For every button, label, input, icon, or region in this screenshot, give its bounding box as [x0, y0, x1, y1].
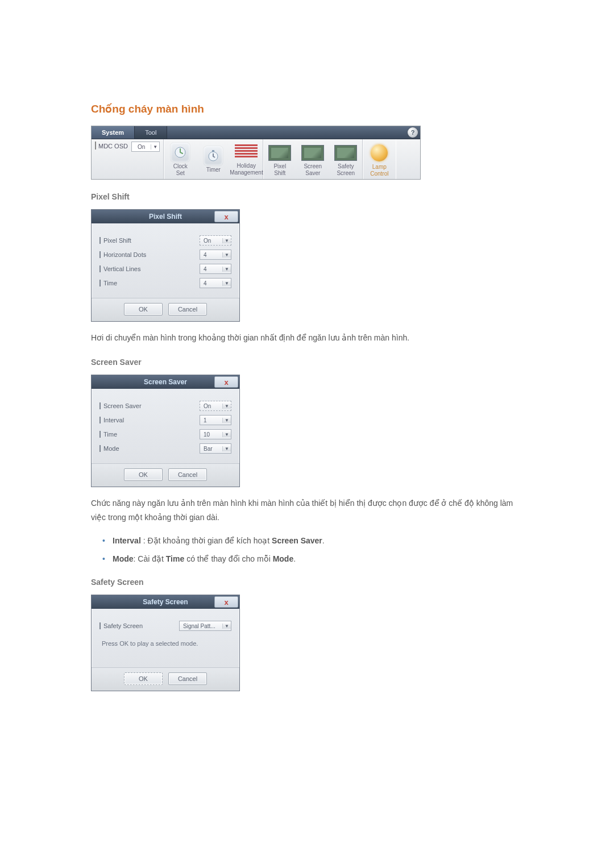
- label-ss-time: Time: [99, 431, 117, 438]
- row-ss-time: Time 10 ▼: [99, 429, 231, 439]
- select-safety-screen[interactable]: Signal Patt... ▼: [179, 621, 231, 631]
- value-vertical-lines: 4: [200, 266, 222, 272]
- note-text: : Cài đặt: [134, 554, 166, 563]
- select-mode[interactable]: Bar ▼: [200, 443, 231, 454]
- mdc-osd-section: MDC OSD On ▼: [92, 139, 164, 179]
- chevron-down-icon: ▼: [222, 252, 231, 258]
- select-interval[interactable]: 1 ▼: [200, 415, 231, 425]
- mdc-osd-value: On: [132, 144, 151, 150]
- lamp-control-button[interactable]: Lamp Control: [363, 140, 396, 178]
- list-item: Mode: Cài đặt Time có thể thay đổi cho m…: [102, 553, 523, 565]
- safety-screen-icon: [334, 145, 357, 161]
- value-screen-saver: On: [200, 403, 222, 409]
- heading-pixel-shift: Pixel Shift: [91, 192, 523, 201]
- close-button[interactable]: x: [214, 211, 238, 222]
- row-time: Time 4 ▼: [99, 278, 231, 288]
- note-text: .: [322, 536, 325, 545]
- holiday-label: Holiday Management: [230, 163, 263, 176]
- tab-tool[interactable]: Tool: [135, 126, 167, 139]
- select-time[interactable]: 4 ▼: [200, 278, 231, 288]
- clock-icon: [171, 143, 190, 162]
- dialog-pixel-shift: Pixel Shift x Pixel Shift On ▼ Horizonta…: [91, 209, 240, 322]
- note-text: có thể thay đổi cho mỗi: [184, 554, 272, 563]
- chevron-down-icon: ▼: [151, 144, 159, 149]
- value-safety-screen: Signal Patt...: [180, 623, 222, 629]
- timer-button[interactable]: Timer: [197, 144, 230, 175]
- timer-label: Timer: [197, 167, 230, 173]
- safety-screen-button[interactable]: Safety Screen: [329, 140, 362, 178]
- select-horizontal-dots[interactable]: 4 ▼: [200, 250, 231, 260]
- system-toolbar: System Tool ? MDC OSD On ▼ Clock Set: [91, 126, 421, 180]
- dialog-screen-saver: Screen Saver x Screen Saver On ▼ Interva…: [91, 375, 240, 487]
- ok-button[interactable]: OK: [124, 468, 163, 481]
- help-icon[interactable]: ?: [408, 127, 418, 138]
- close-button[interactable]: x: [214, 596, 238, 608]
- value-pixel-shift: On: [200, 238, 222, 244]
- row-screen-saver: Screen Saver On ▼: [99, 401, 231, 411]
- label-horizontal-dots: Horizontal Dots: [99, 251, 146, 258]
- toolbar-group-lamp: Lamp Control: [363, 139, 396, 179]
- pixel-shift-icon: [268, 145, 291, 161]
- ok-button[interactable]: OK: [124, 672, 163, 685]
- list-item: Interval : Đặt khoảng thời gian để kích …: [102, 534, 523, 547]
- safety-screen-info: Press OK to play a selected mode.: [102, 640, 231, 647]
- note-mode-key: Mode: [113, 554, 134, 563]
- dialog-title-text: Screen Saver: [144, 378, 187, 386]
- chevron-down-icon: ▼: [222, 446, 231, 451]
- heading-safety-screen: Safety Screen: [91, 578, 523, 587]
- cancel-button[interactable]: Cancel: [168, 303, 207, 315]
- mdc-osd-label: MDC OSD: [95, 142, 128, 149]
- toolbar-tab-strip: System Tool ?: [92, 126, 420, 139]
- clock-set-button[interactable]: Clock Set: [164, 140, 197, 178]
- lamp-icon: [371, 144, 388, 161]
- select-pixel-shift[interactable]: On ▼: [200, 235, 231, 246]
- mdc-osd-select[interactable]: On ▼: [131, 142, 160, 152]
- paragraph-pixel-shift: Hơi di chuyển màn hình trong khoảng thời…: [91, 331, 523, 345]
- dialog-title-text: Pixel Shift: [149, 213, 182, 221]
- cancel-button[interactable]: Cancel: [168, 468, 207, 481]
- select-vertical-lines[interactable]: 4 ▼: [200, 264, 231, 274]
- note-interval-key: Interval: [113, 536, 141, 545]
- label-safety-screen: Safety Screen: [99, 622, 143, 629]
- holiday-button[interactable]: Holiday Management: [230, 141, 263, 177]
- toolbar-body: MDC OSD On ▼ Clock Set Timer: [92, 139, 420, 179]
- dialog-buttons: OK Cancel: [92, 463, 239, 487]
- toolbar-group-time: Clock Set Timer Holiday Management: [164, 139, 263, 179]
- tab-system[interactable]: System: [92, 126, 135, 139]
- chevron-down-icon: ▼: [222, 418, 231, 423]
- select-ss-time[interactable]: 10 ▼: [200, 429, 231, 439]
- note-mode-key2: Mode: [273, 554, 294, 563]
- chevron-down-icon: ▼: [222, 281, 231, 286]
- close-button[interactable]: x: [214, 376, 238, 388]
- row-interval: Interval 1 ▼: [99, 415, 231, 425]
- chevron-down-icon: ▼: [222, 404, 231, 409]
- notes-list: Interval : Đặt khoảng thời gian để kích …: [91, 534, 523, 566]
- chevron-down-icon: ▼: [222, 432, 231, 437]
- ok-button[interactable]: OK: [124, 303, 163, 315]
- cancel-button[interactable]: Cancel: [168, 672, 207, 685]
- row-mode: Mode Bar ▼: [99, 443, 231, 454]
- dialog-body: Screen Saver On ▼ Interval 1 ▼ Time 10 ▼: [92, 389, 239, 463]
- dialog-title-text: Safety Screen: [143, 598, 188, 606]
- clock-set-label: Clock Set: [164, 163, 197, 177]
- row-pixel-shift: Pixel Shift On ▼: [99, 235, 231, 246]
- pixel-shift-button[interactable]: Pixel Shift: [263, 140, 296, 178]
- note-text: : Đặt khoảng thời gian để kích hoạt: [141, 536, 272, 545]
- dialog-body: Pixel Shift On ▼ Horizontal Dots 4 ▼ Ver…: [92, 223, 239, 298]
- paragraph-screen-saver: Chức năng này ngăn lưu ảnh trên màn hình…: [91, 496, 523, 525]
- label-interval: Interval: [99, 417, 124, 423]
- select-screen-saver[interactable]: On ▼: [200, 401, 231, 411]
- chevron-down-icon: ▼: [222, 238, 231, 243]
- page-title: Chống cháy màn hình: [91, 102, 523, 115]
- row-horizontal-dots: Horizontal Dots 4 ▼: [99, 250, 231, 260]
- screen-saver-label: Screen Saver: [296, 163, 329, 177]
- note-screen-saver-key: Screen Saver: [272, 536, 322, 545]
- dialog-body: Safety Screen Signal Patt... ▼ Press OK …: [92, 609, 239, 667]
- lamp-control-label: Lamp Control: [363, 164, 396, 177]
- value-horizontal-dots: 4: [200, 252, 222, 258]
- screen-saver-button[interactable]: Screen Saver: [296, 140, 329, 178]
- dialog-buttons: OK Cancel: [92, 298, 239, 321]
- chevron-down-icon: ▼: [222, 624, 231, 629]
- screen-saver-icon: [301, 145, 324, 161]
- label-pixel-shift: Pixel Shift: [99, 237, 131, 244]
